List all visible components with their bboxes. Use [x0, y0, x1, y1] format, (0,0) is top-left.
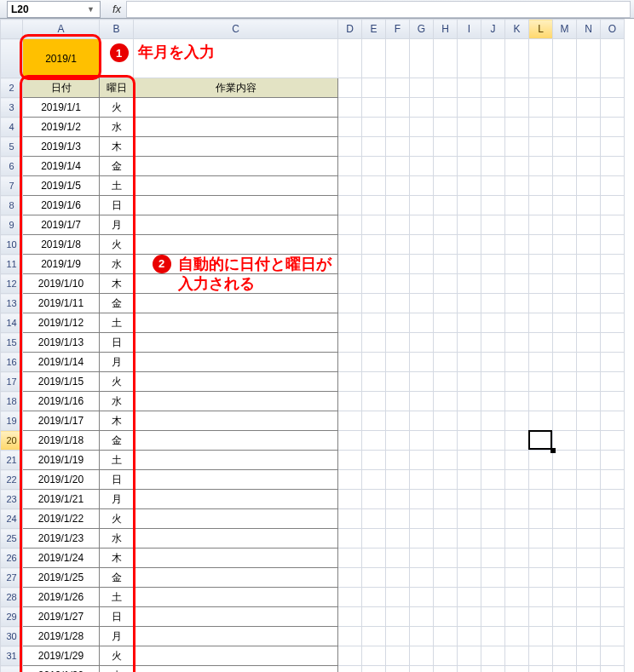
cell-L29[interactable] — [529, 607, 553, 627]
row-header-12[interactable]: 12 — [1, 274, 23, 294]
cell-M32[interactable] — [553, 666, 577, 673]
row-header-8[interactable]: 8 — [1, 196, 23, 215]
cell-K31[interactable] — [505, 646, 529, 666]
cell-O31[interactable] — [601, 646, 625, 666]
cell-M16[interactable] — [553, 353, 577, 372]
cell-J23[interactable] — [481, 490, 505, 509]
cell-I29[interactable] — [458, 607, 481, 627]
row-header-3[interactable]: 3 — [1, 98, 23, 118]
cell-C31[interactable] — [134, 646, 338, 666]
cell-J19[interactable] — [481, 411, 505, 431]
cell-C5[interactable] — [134, 137, 338, 157]
cell-C14[interactable] — [134, 313, 338, 333]
table-header-content[interactable]: 作業内容 — [134, 78, 338, 98]
cell-O3[interactable] — [601, 98, 625, 118]
cell-H5[interactable] — [434, 137, 458, 157]
cell-K25[interactable] — [505, 529, 529, 549]
cell-E8[interactable] — [362, 196, 386, 215]
cell-L5[interactable] — [529, 137, 553, 157]
row-header-28[interactable]: 28 — [1, 588, 23, 607]
cell-J6[interactable] — [481, 157, 505, 176]
cell-H6[interactable] — [434, 157, 458, 176]
cell-C21[interactable] — [134, 451, 338, 470]
cell-I25[interactable] — [458, 529, 481, 549]
cell-C19[interactable] — [134, 411, 338, 431]
cell-I28[interactable] — [458, 588, 481, 607]
cell-J29[interactable] — [481, 607, 505, 627]
cell-O1[interactable] — [601, 39, 625, 78]
row-header-13[interactable]: 13 — [1, 294, 23, 313]
cell-A8[interactable]: 2019/1/6 — [23, 196, 100, 215]
row-header-15[interactable]: 15 — [1, 333, 23, 353]
cell-I12[interactable] — [458, 274, 481, 294]
cell-H16[interactable] — [434, 353, 458, 372]
cell-C1[interactable] — [134, 39, 338, 78]
cell-E3[interactable] — [362, 98, 386, 118]
cell-F19[interactable] — [386, 411, 410, 431]
cell-B11[interactable]: 水 — [100, 255, 134, 274]
col-header-F[interactable]: F — [386, 20, 410, 39]
cell-B1[interactable] — [100, 39, 134, 78]
row-header-26[interactable]: 26 — [1, 549, 23, 568]
cell-K28[interactable] — [505, 588, 529, 607]
cell-C6[interactable] — [134, 157, 338, 176]
cell-H2[interactable] — [434, 78, 458, 98]
cell-H21[interactable] — [434, 451, 458, 470]
col-header-I[interactable]: I — [458, 20, 481, 39]
cell-H4[interactable] — [434, 118, 458, 137]
cell-F26[interactable] — [386, 549, 410, 568]
cell-F25[interactable] — [386, 529, 410, 549]
cell-A12[interactable]: 2019/1/10 — [23, 274, 100, 294]
cell-G24[interactable] — [410, 509, 434, 529]
cell-I14[interactable] — [458, 313, 481, 333]
cell-N21[interactable] — [577, 451, 601, 470]
row-header-29[interactable]: 29 — [1, 607, 23, 627]
cell-G29[interactable] — [410, 607, 434, 627]
cell-G2[interactable] — [410, 78, 434, 98]
cell-B22[interactable]: 日 — [100, 470, 134, 490]
cell-G19[interactable] — [410, 411, 434, 431]
cell-B23[interactable]: 月 — [100, 490, 134, 509]
cell-L22[interactable] — [529, 470, 553, 490]
cell-G8[interactable] — [410, 196, 434, 215]
cell-H17[interactable] — [434, 372, 458, 392]
cell-J14[interactable] — [481, 313, 505, 333]
cell-G28[interactable] — [410, 588, 434, 607]
cell-K8[interactable] — [505, 196, 529, 215]
cell-N16[interactable] — [577, 353, 601, 372]
row-header-11[interactable]: 11 — [1, 255, 23, 274]
cell-F18[interactable] — [386, 392, 410, 411]
cell-D11[interactable] — [338, 255, 362, 274]
cell-O9[interactable] — [601, 215, 625, 235]
cell-C16[interactable] — [134, 353, 338, 372]
cell-M2[interactable] — [553, 78, 577, 98]
cell-F27[interactable] — [386, 568, 410, 588]
cell-J27[interactable] — [481, 568, 505, 588]
cell-C18[interactable] — [134, 392, 338, 411]
cell-N27[interactable] — [577, 568, 601, 588]
cell-D19[interactable] — [338, 411, 362, 431]
cell-M14[interactable] — [553, 313, 577, 333]
cell-M5[interactable] — [553, 137, 577, 157]
cell-M12[interactable] — [553, 274, 577, 294]
cell-A19[interactable]: 2019/1/17 — [23, 411, 100, 431]
cell-E12[interactable] — [362, 274, 386, 294]
cell-A24[interactable]: 2019/1/22 — [23, 509, 100, 529]
cell-I22[interactable] — [458, 470, 481, 490]
cell-F21[interactable] — [386, 451, 410, 470]
cell-F30[interactable] — [386, 627, 410, 646]
cell-C8[interactable] — [134, 196, 338, 215]
cell-E2[interactable] — [362, 78, 386, 98]
cell-L25[interactable] — [529, 529, 553, 549]
cell-H23[interactable] — [434, 490, 458, 509]
cell-H15[interactable] — [434, 333, 458, 353]
cell-N14[interactable] — [577, 313, 601, 333]
cell-C24[interactable] — [134, 509, 338, 529]
cell-I13[interactable] — [458, 294, 481, 313]
cell-E19[interactable] — [362, 411, 386, 431]
cell-N7[interactable] — [577, 176, 601, 196]
cell-G13[interactable] — [410, 294, 434, 313]
cell-C22[interactable] — [134, 470, 338, 490]
cell-I30[interactable] — [458, 627, 481, 646]
cell-M26[interactable] — [553, 549, 577, 568]
